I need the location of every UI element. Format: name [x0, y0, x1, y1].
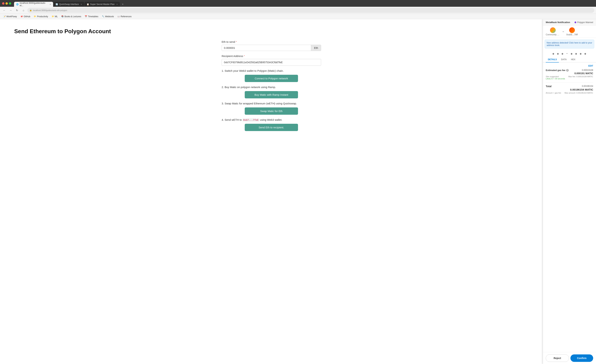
metamask-panel: MetaMask Notification Polygon Mainnet Co… [543, 19, 596, 364]
tab-label-3: Super Secret Master Plan [90, 3, 115, 6]
mm-title: MetaMask Notification [546, 21, 570, 24]
send-eth-button[interactable]: Send Eth to recipient. [245, 124, 298, 131]
tab-close-2[interactable]: ✕ [81, 3, 82, 5]
address-code: 0xb7...7feE [243, 119, 259, 121]
bookmark-timetables[interactable]: 📅 Timetables [83, 15, 100, 18]
confirm-button[interactable]: Confirm [570, 354, 593, 362]
timetables-icon: 📅 [85, 15, 87, 18]
minimize-button[interactable] [6, 2, 8, 5]
buy-matic-button[interactable]: Buy Matic with Ramp Instant [245, 91, 298, 98]
tab-icon-3: 📋 [87, 3, 89, 6]
bookmark-ml[interactable]: 📁 ML [50, 15, 59, 18]
recipient-input[interactable] [222, 59, 321, 66]
gas-value-main: 0.000191 MATIC [546, 72, 593, 75]
tab-icon-1: 🌐 [16, 3, 19, 6]
bookmark-workflowy[interactable]: 📝 WorkFlowy [2, 15, 18, 18]
github-icon: 🐙 [20, 15, 23, 18]
gas-info-icon[interactable]: ℹ [566, 69, 569, 72]
mm-tabs: DETAILS DATA HEX [543, 57, 596, 62]
books-icon: 📚 [61, 15, 64, 18]
step-1-text: 1. Switch your Web3 wallet to Polygon (M… [222, 69, 321, 72]
mm-to-label: 0xa5E...78ff [566, 33, 578, 36]
page-content: Send Ethereum to Polygon Account Eth to … [0, 19, 543, 364]
reject-button[interactable]: Reject [546, 354, 569, 362]
workflowy-label: WorkFlowy [6, 15, 17, 18]
security-icon: 🔒 [30, 9, 32, 11]
swap-matic-button[interactable]: Swap Matic for Eth [245, 107, 298, 115]
mm-network: Polygon Mainnet [574, 21, 593, 24]
mm-amount-display: ◈ ◈ ◈ · ◈ ◈ ◈ ◈ [543, 50, 596, 57]
mm-tab-details[interactable]: DETAILS [546, 57, 559, 62]
gas-site-label: Site suggested [546, 75, 565, 78]
home-button[interactable]: ⌂ [21, 8, 26, 13]
mm-notice[interactable]: New address detected! Click here to add … [545, 40, 594, 48]
eth-input-group: Eth [222, 45, 321, 51]
bookmark-github[interactable]: 🐙 GitHub [19, 15, 32, 18]
step-4-text: 4. Send wETH to 0xb7...7feE using Web3 w… [222, 118, 321, 121]
eth-unit: Eth [311, 45, 321, 51]
gas-fee-section: Estimated gas fee ℹ 0.00019108 0.000191 … [546, 69, 593, 80]
title-bar: 🌐 localhost:3000/guides/auto-et... ✕ 🔄 Q… [0, 0, 596, 7]
mm-edit-button[interactable]: EDIT [588, 65, 593, 67]
total-label: Total [546, 85, 551, 88]
mm-from-to-header: Community M... → 0xa5E...78ff [543, 26, 596, 38]
tab-3[interactable]: 📋 Super Secret Master Plan ✕ [84, 2, 120, 7]
back-button[interactable]: ← [2, 8, 7, 13]
address-bar[interactable]: 🔒 localhost:3000/guides/auto-eth-polygon [27, 8, 594, 13]
network-dot [574, 22, 576, 23]
step-4-section: 4. Send wETH to 0xb7...7feE using Web3 w… [222, 118, 321, 131]
total-max-label: Max amount: 0.00196154 MATIC [565, 92, 593, 94]
close-button[interactable] [2, 2, 4, 5]
eth-input[interactable] [222, 45, 311, 51]
recipient-label: Recipient Address * [222, 54, 321, 58]
bookmark-references[interactable]: 📖 References [116, 15, 133, 18]
eth-field: Eth to send * Eth [222, 40, 321, 51]
eth-label: Eth to send * [222, 40, 321, 43]
divider [546, 82, 593, 83]
mm-arrow-icon: → [562, 30, 565, 33]
mm-edit-row: EDIT [546, 65, 593, 67]
total-section: Total 0.00196154 0.00196154 MATIC Amount… [546, 85, 593, 94]
gas-label: Estimated gas fee ℹ [546, 69, 569, 72]
bookmark-webtools[interactable]: 🔧 Webtools [101, 15, 115, 18]
content-area: Send Ethereum to Polygon Account Eth to … [0, 19, 596, 364]
recipient-required: * [244, 55, 245, 57]
refresh-button[interactable]: ↻ [15, 8, 20, 13]
new-tab-button[interactable]: + [120, 2, 125, 7]
tab-label-1: localhost:3000/guides/auto-et... [20, 2, 48, 7]
ml-label: ML [55, 15, 58, 18]
tab-2[interactable]: 🔄 QuickSwap Interface ✕ [53, 2, 84, 7]
mm-avatar-to [569, 27, 575, 33]
mm-tab-data[interactable]: DATA [559, 57, 569, 62]
tab-close-3[interactable]: ✕ [116, 3, 118, 5]
eth-required: * [236, 40, 237, 43]
step-1-section: 1. Switch your Web3 wallet to Polygon (M… [222, 69, 321, 82]
gas-value-small: 0.00019108 [582, 69, 593, 71]
page-title: Send Ethereum to Polygon Account [14, 28, 529, 35]
webtools-icon: 🔧 [102, 15, 104, 18]
mm-tab-hex[interactable]: HEX [569, 57, 578, 62]
network-name: Polygon Mainnet [577, 21, 593, 24]
mm-title-bar: MetaMask Notification Polygon Mainnet [543, 19, 596, 26]
tab-active[interactable]: 🌐 localhost:3000/guides/auto-et... ✕ [14, 2, 53, 7]
bookmarks-bar: 📝 WorkFlowy 🐙 GitHub 📁 Productivity 📁 ML… [0, 14, 596, 19]
webtools-label: Webtools [105, 15, 114, 18]
connect-polygon-button[interactable]: Connect to Polygon network [245, 75, 298, 82]
step-3-text: 3. Swap Matic for wrapped Ethereum (wETH… [222, 102, 321, 105]
bookmark-books[interactable]: 📚 Books & Lectures [60, 15, 82, 18]
tab-close-1[interactable]: ✕ [50, 3, 51, 5]
gas-likely-label: Likely in < 30 seconds [546, 78, 565, 80]
total-value-small: 0.00196154 [582, 85, 593, 88]
mm-from-label: Community M... [546, 33, 560, 36]
recipient-field: Recipient Address * [222, 54, 321, 66]
forward-button[interactable]: → [8, 8, 13, 13]
step-2-text: 2. Buy Matic on polygon network using Ra… [222, 86, 321, 89]
bookmark-productivity[interactable]: 📁 Productivity [32, 15, 49, 18]
references-icon: 📖 [117, 15, 120, 18]
mm-avatar-from [550, 27, 556, 33]
traffic-lights [2, 2, 11, 5]
maximize-button[interactable] [9, 2, 11, 5]
gas-max-label: Max fee: 0.00019108 MATIC [568, 75, 593, 80]
mm-details-panel: EDIT Estimated gas fee ℹ 0.00019108 0.00… [543, 62, 596, 352]
timetables-label: Timetables [88, 15, 98, 18]
